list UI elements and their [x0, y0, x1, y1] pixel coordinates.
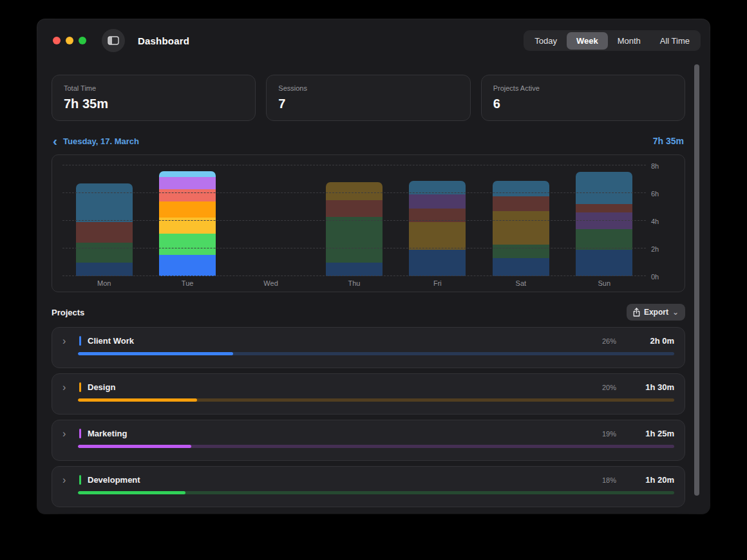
project-progress-fill — [78, 491, 185, 494]
tab-all-time[interactable]: All Time — [650, 32, 699, 50]
bars-container — [62, 165, 646, 276]
chart-column-thu[interactable] — [312, 165, 395, 276]
close-button[interactable] — [53, 37, 61, 44]
bar-segment — [409, 194, 466, 208]
zoom-button[interactable] — [79, 37, 86, 44]
bar-segment — [576, 172, 632, 204]
titlebar: Dashboard TodayWeekMonthAll Time — [37, 19, 710, 62]
gridline — [62, 275, 646, 276]
bar-segment — [576, 229, 632, 250]
stat-label: Total Time — [64, 84, 243, 92]
project-progress-fill — [78, 398, 197, 402]
stat-value: 6 — [493, 97, 673, 111]
scrollbar-thumb[interactable] — [694, 64, 699, 496]
bar-segment — [493, 245, 549, 258]
project-row-marketing[interactable]: ›Marketing19%1h 25m — [52, 420, 685, 461]
bar-segment — [576, 204, 632, 212]
gridline — [62, 192, 646, 193]
project-row-development[interactable]: ›Development18%1h 20m — [52, 466, 685, 507]
bar-segment — [76, 222, 133, 243]
chart-column-wed[interactable] — [229, 165, 312, 276]
chevron-right-icon[interactable]: › — [62, 429, 71, 438]
main-content: Total Time7h 35mSessions7Projects Active… — [37, 75, 710, 507]
project-row-header: ›Marketing19%1h 25m — [62, 429, 674, 438]
project-percent: 26% — [602, 337, 616, 345]
project-color-bar — [79, 382, 81, 392]
project-color-bar — [79, 429, 81, 438]
chevron-left-icon: ‹ — [53, 135, 57, 147]
x-label-sun: Sun — [563, 279, 646, 287]
stat-card-projects-active: Projects Active6 — [481, 75, 685, 121]
export-button[interactable]: Export ⌄ — [627, 304, 685, 321]
plot-area: 0h2h4h6h8h — [62, 165, 674, 276]
date-nav: ‹ Tuesday, 17. March 7h 35m — [52, 133, 685, 149]
chart-column-tue[interactable] — [146, 165, 229, 276]
project-progress-track — [78, 491, 674, 494]
weekly-bar-chart: 0h2h4h6h8h MonTueWedThuFriSatSun — [52, 154, 685, 292]
bar-segment — [493, 181, 549, 196]
y-tick-label: 4h — [651, 218, 673, 225]
project-name: Design — [88, 382, 115, 392]
y-tick-label: 2h — [651, 245, 673, 253]
stacked-bar-sat — [493, 181, 549, 276]
bar-segment — [76, 243, 133, 262]
chevron-right-icon[interactable]: › — [62, 337, 71, 346]
minimize-button[interactable] — [66, 37, 73, 44]
x-axis-labels: MonTueWedThuFriSatSun — [62, 276, 646, 287]
project-row-design[interactable]: ›Design20%1h 30m — [52, 373, 685, 415]
stat-card-sessions: Sessions7 — [266, 75, 470, 121]
chart-column-fri[interactable] — [396, 165, 479, 276]
stats-row: Total Time7h 35mSessions7Projects Active… — [52, 75, 685, 121]
stacked-bar-thu — [326, 182, 383, 276]
project-row-metrics: 20%1h 30m — [602, 382, 674, 392]
chart-column-sat[interactable] — [479, 165, 562, 276]
bar-segment — [326, 263, 383, 276]
stat-value: 7 — [278, 97, 458, 111]
bar-segment — [76, 263, 133, 277]
chart-column-sun[interactable] — [563, 165, 646, 276]
tab-today[interactable]: Today — [525, 32, 567, 50]
chevron-right-icon[interactable]: › — [62, 476, 71, 485]
x-label-tue: Tue — [146, 279, 229, 287]
project-row-header: ›Client Work26%2h 0m — [62, 336, 674, 346]
stacked-bar-mon — [76, 183, 133, 276]
project-list: ›Client Work26%2h 0m›Design20%1h 30m›Mar… — [52, 327, 685, 507]
stat-label: Projects Active — [493, 84, 673, 92]
bar-segment — [493, 258, 549, 276]
tab-month[interactable]: Month — [608, 32, 650, 50]
project-color-bar — [79, 336, 81, 346]
tab-week[interactable]: Week — [567, 32, 608, 50]
stat-value: 7h 35m — [64, 97, 243, 111]
y-tick-label: 0h — [651, 273, 673, 281]
bar-segment — [493, 196, 549, 212]
project-percent: 20% — [602, 384, 616, 391]
project-color-bar — [79, 475, 81, 485]
project-progress-fill — [78, 445, 191, 448]
bar-segment — [159, 201, 216, 218]
project-time: 1h 30m — [638, 382, 674, 392]
project-progress-track — [78, 398, 674, 402]
project-progress-fill — [78, 352, 233, 355]
bar-segment — [576, 250, 632, 276]
stacked-bar-fri — [409, 181, 466, 276]
chevron-right-icon[interactable]: › — [62, 383, 71, 392]
window-title: Dashboard — [138, 35, 189, 46]
project-row-header: ›Development18%1h 20m — [62, 475, 674, 485]
sidebar-icon — [108, 36, 119, 45]
bar-segment — [409, 250, 466, 276]
sidebar-toggle-button[interactable] — [102, 29, 125, 52]
x-label-mon: Mon — [62, 279, 146, 287]
project-progress-track — [78, 445, 674, 448]
prev-day-button[interactable]: ‹ Tuesday, 17. March — [53, 135, 139, 147]
project-time: 2h 0m — [638, 336, 674, 346]
selected-date-label: Tuesday, 17. March — [63, 136, 139, 146]
x-label-fri: Fri — [396, 279, 479, 287]
project-row-client-work[interactable]: ›Client Work26%2h 0m — [52, 327, 685, 368]
project-row-header: ›Design20%1h 30m — [62, 382, 674, 392]
projects-title: Projects — [52, 308, 84, 317]
chart-column-mon[interactable] — [62, 165, 146, 276]
x-label-sat: Sat — [479, 279, 562, 287]
stacked-bar-sun — [576, 172, 632, 276]
bar-segment — [326, 217, 383, 263]
stacked-bar-tue — [159, 171, 216, 276]
